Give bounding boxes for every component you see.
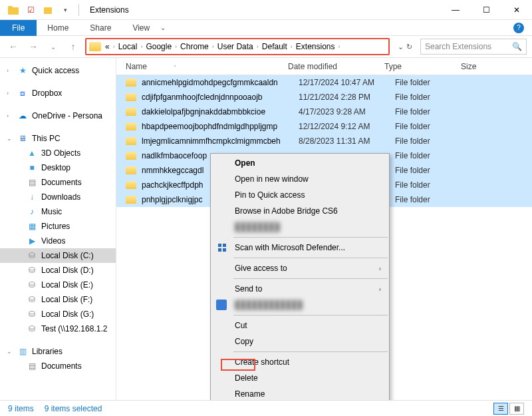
nav-local-d[interactable]: ⛁Local Disk (D:) <box>0 263 116 278</box>
menu-cut[interactable]: Cut <box>211 317 389 333</box>
breadcrumb-item[interactable]: Default <box>262 42 287 51</box>
pictures-icon: ▦ <box>27 221 37 232</box>
folder-icon <box>126 79 136 87</box>
column-headers[interactable]: Name˄ Date modified Type Size <box>116 58 532 75</box>
maximize-button[interactable]: ☐ <box>471 0 501 20</box>
nav-local-f[interactable]: ⛁Local Disk (F:) <box>0 292 116 307</box>
chevron-right-icon: › <box>379 286 381 293</box>
file-row[interactable]: lmjegmlicamnimmfhcmpkclmigmmcbeh8/28/202… <box>116 134 532 148</box>
desktop-icon: ■ <box>27 162 37 173</box>
refresh-button[interactable]: ↻ <box>406 43 412 51</box>
nav-up-button[interactable]: ↑ <box>65 39 81 55</box>
tab-share[interactable]: Share <box>79 21 122 35</box>
pc-icon: 🖥 <box>17 133 28 144</box>
breadcrumb[interactable]: « › Local› Google› Chrome› User Data› De… <box>105 42 342 51</box>
col-name[interactable]: Name <box>126 62 147 71</box>
tab-home[interactable]: Home <box>37 21 79 35</box>
minimize-button[interactable]: ― <box>440 0 471 20</box>
documents-icon: ▤ <box>27 361 37 371</box>
cloud-icon: ☁ <box>17 110 28 121</box>
nav-desktop[interactable]: ■Desktop <box>0 160 116 175</box>
qat-item[interactable] <box>41 3 55 17</box>
nav-pictures[interactable]: ▦Pictures <box>0 219 116 234</box>
network-drive-icon: ⛁ <box>27 323 37 334</box>
nav-lib-documents[interactable]: ▤Documents <box>0 359 116 373</box>
menu-blurred-item[interactable]: ████████ <box>211 219 389 235</box>
file-row[interactable]: cdjifpfganmhoojfclednjdnnpooaojb11/21/20… <box>116 90 532 104</box>
menu-defender[interactable]: Scan with Microsoft Defender... <box>211 240 389 256</box>
status-selection-count: 9 items selected <box>45 404 102 413</box>
view-details-button[interactable]: ☰ <box>493 403 508 415</box>
divider <box>233 258 388 258</box>
menu-send-to[interactable]: Send to› <box>211 281 389 297</box>
nav-recent-dropdown[interactable]: ⌄ <box>45 39 61 55</box>
search-input[interactable]: Search Extensions 🔍 <box>420 39 527 55</box>
file-row[interactable]: hbapdpeemoojbophdfndmlgdhppljgmp12/12/20… <box>116 119 532 134</box>
ribbon-expand-icon[interactable]: ⌄ <box>160 24 166 31</box>
nav-documents[interactable]: ▤Documents <box>0 175 116 190</box>
nav-this-pc[interactable]: ⌄🖥This PC <box>0 131 116 146</box>
overflow-icon[interactable]: ▾ <box>59 3 72 17</box>
menu-blurred-item[interactable]: ████████████ <box>211 297 389 313</box>
sort-indicator-icon: ˄ <box>174 65 176 71</box>
nav-3d-objects[interactable]: ▲3D Objects <box>0 146 116 160</box>
breadcrumb-item[interactable]: User Data <box>217 42 253 51</box>
nav-quick-access[interactable]: ›★Quick access <box>0 63 116 78</box>
file-row[interactable]: dakkielolpafjbgnjnakddabmbbkcioe4/17/202… <box>116 104 532 119</box>
folder-icon <box>126 152 136 160</box>
svg-rect-3 <box>218 244 221 247</box>
tab-view[interactable]: View <box>122 21 160 35</box>
menu-create-shortcut[interactable]: Create shortcut <box>211 354 389 370</box>
nav-dropbox[interactable]: ›⧈Dropbox <box>0 86 116 101</box>
menu-open-new-window[interactable]: Open in new window <box>211 171 389 187</box>
help-button[interactable]: ? <box>513 23 524 33</box>
file-row[interactable]: annicmehlpgidmohdpegcfgmmkcaaldn12/17/20… <box>116 75 532 90</box>
col-date[interactable]: Date modified <box>288 62 384 71</box>
nav-local-e[interactable]: ⛁Local Disk (E:) <box>0 278 116 292</box>
close-button[interactable]: ✕ <box>501 0 532 20</box>
menu-bridge[interactable]: Browse in Adobe Bridge CS6 <box>211 203 389 219</box>
ribbon-tabs: File Home Share View ⌄ ? <box>0 20 532 36</box>
nav-libraries[interactable]: ⌄▥Libraries <box>0 344 116 359</box>
breadcrumb-item[interactable]: Chrome <box>180 42 209 51</box>
documents-icon: ▤ <box>27 177 37 188</box>
folder-icon <box>126 166 136 174</box>
nav-music[interactable]: ♪Music <box>0 204 116 219</box>
menu-give-access[interactable]: Give access to› <box>211 260 389 276</box>
address-bar[interactable]: « › Local› Google› Chrome› User Data› De… <box>85 38 390 55</box>
divider <box>233 315 388 315</box>
menu-open[interactable]: Open <box>211 155 389 171</box>
breadcrumb-item[interactable]: Local <box>118 42 138 51</box>
svg-rect-6 <box>223 248 226 252</box>
disk-icon: ⛁ <box>27 309 37 319</box>
cube-icon: ▲ <box>27 148 37 158</box>
folder-icon <box>89 42 101 51</box>
nav-forward-button[interactable]: → <box>25 39 41 55</box>
qat-item[interactable]: ☑ <box>24 3 37 17</box>
menu-copy[interactable]: Copy <box>211 333 389 349</box>
folder-icon <box>126 108 136 116</box>
nav-local-c[interactable]: ⛁Local Disk (C:) <box>0 248 116 263</box>
menu-pin-quick-access[interactable]: Pin to Quick access <box>211 187 389 203</box>
tab-file[interactable]: File <box>0 20 37 36</box>
breadcrumb-overflow[interactable]: « <box>105 42 110 51</box>
nav-downloads[interactable]: ↓Downloads <box>0 190 116 204</box>
col-type[interactable]: Type <box>384 62 461 71</box>
search-placeholder: Search Extensions <box>425 42 491 51</box>
nav-videos[interactable]: ▶Videos <box>0 234 116 248</box>
menu-delete[interactable]: Delete <box>211 370 389 386</box>
address-dropdown-icon[interactable]: ⌄ <box>398 43 404 51</box>
nav-local-g[interactable]: ⛁Local Disk (G:) <box>0 307 116 321</box>
downloads-icon: ↓ <box>27 192 37 202</box>
breadcrumb-item[interactable]: Extensions <box>296 42 335 51</box>
navigation-pane: ›★Quick access ›⧈Dropbox ›☁OneDrive - Pe… <box>0 58 116 400</box>
svg-rect-2 <box>44 7 52 14</box>
view-icons-button[interactable]: ▦ <box>509 403 524 415</box>
nav-onedrive[interactable]: ›☁OneDrive - Persona <box>0 108 116 123</box>
nav-network-test[interactable]: ⛁Test (\\192.168.1.2 <box>0 321 116 336</box>
status-item-count: 9 items <box>8 404 34 413</box>
divider <box>78 4 79 16</box>
breadcrumb-item[interactable]: Google <box>146 42 172 51</box>
col-size[interactable]: Size <box>461 62 532 71</box>
nav-back-button[interactable]: ← <box>5 39 21 55</box>
